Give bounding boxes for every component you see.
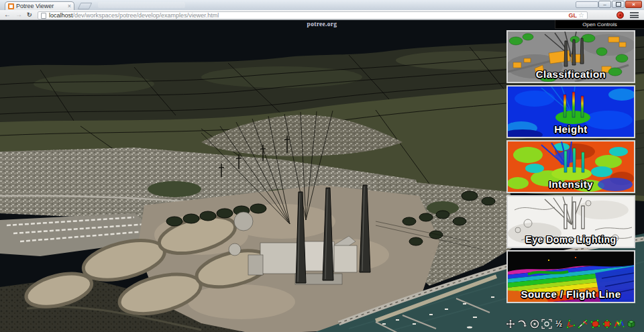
angle-measurement-icon xyxy=(566,319,576,329)
pan-icon xyxy=(505,319,516,329)
open-controls-button[interactable]: Open Controls xyxy=(555,20,644,29)
thumbnail-height[interactable]: Height xyxy=(506,85,635,138)
area-measurement-button[interactable] xyxy=(590,319,600,329)
back-button[interactable]: ← xyxy=(4,10,11,19)
distance-measurement-icon xyxy=(578,319,588,329)
fly-icon xyxy=(517,319,528,329)
page-icon xyxy=(41,13,46,19)
clip-volume-button[interactable] xyxy=(626,319,637,329)
bookmark-star-icon[interactable]: ☆ xyxy=(578,12,584,19)
orbit-button[interactable] xyxy=(529,319,540,329)
minimize-button[interactable]: – xyxy=(598,1,611,8)
volume-measurement-button[interactable] xyxy=(602,319,612,329)
url-text: localhost/dev/workspaces/potree/develop/… xyxy=(49,12,568,19)
url-path: /dev/workspaces/potree/develop/examples/… xyxy=(73,12,219,19)
clip-volume-icon xyxy=(626,319,637,329)
potree-org-link[interactable]: potree.org xyxy=(307,21,337,27)
height-profile-button[interactable] xyxy=(614,319,625,329)
render-mode-thumbnails: Classification xyxy=(506,30,635,305)
thumbnail-label: Classification xyxy=(508,68,634,80)
thumbnail-intensity[interactable]: Intensity xyxy=(506,140,635,193)
thumbnail-label: Intensity xyxy=(508,178,634,190)
thumbnail-classification[interactable]: Classification xyxy=(506,30,635,83)
fly-button[interactable] xyxy=(517,319,528,329)
browser-toolbar: ← → ↻ localhost/dev/workspaces/potree/de… xyxy=(0,10,644,20)
window-controls: – × xyxy=(598,1,642,8)
menu-icon[interactable] xyxy=(630,12,639,18)
area-measurement-icon xyxy=(590,319,600,329)
thumbnail-label: Eye Dome Lighting xyxy=(508,234,634,245)
thumbnail-label: Source / Flight Line xyxy=(508,288,634,300)
angle-measurement-button[interactable] xyxy=(566,319,576,329)
focus-all-button[interactable] xyxy=(541,319,552,329)
thumbnail-source-flight-line[interactable]: Source / Flight Line xyxy=(506,250,635,303)
potree-viewport: potree.org Open Controls xyxy=(0,20,644,332)
viewer-toolbar: ½ xyxy=(505,319,637,329)
thumbnail-eye-dome-lighting[interactable]: Eye Dome Lighting xyxy=(506,195,635,248)
browser-window: Potree Viewer × – × ← → ↻ localhost/dev/… xyxy=(0,0,644,332)
volume-measurement-icon xyxy=(602,319,612,329)
reload-button[interactable]: ↻ xyxy=(27,10,32,19)
maximize-button[interactable] xyxy=(612,1,625,8)
address-bar[interactable]: localhost/dev/workspaces/potree/develop/… xyxy=(38,11,588,19)
thumbnail-label: Height xyxy=(508,123,634,135)
pan-button[interactable] xyxy=(505,319,516,329)
tab-title: Potree Viewer xyxy=(16,3,66,10)
url-host: localhost xyxy=(49,12,73,19)
half-resolution-button[interactable]: ½ xyxy=(553,319,564,329)
close-button[interactable]: × xyxy=(625,1,642,8)
maximize-icon xyxy=(616,2,621,7)
tab-close-icon[interactable]: × xyxy=(68,3,71,10)
potree-favicon-icon xyxy=(8,3,14,9)
height-profile-icon xyxy=(614,319,625,329)
forward-button[interactable]: → xyxy=(15,10,22,19)
new-tab-button[interactable] xyxy=(78,3,93,9)
extension-icon[interactable] xyxy=(616,11,624,19)
title-bar: Potree Viewer × – × xyxy=(0,0,644,10)
half-resolution-icon: ½ xyxy=(555,319,562,329)
orbit-icon xyxy=(529,319,540,329)
background-window-button xyxy=(576,1,598,8)
distance-measurement-button[interactable] xyxy=(578,319,588,329)
browser-tab[interactable]: Potree Viewer × xyxy=(5,1,74,10)
webgl-badge[interactable]: GL xyxy=(569,12,578,19)
background-window xyxy=(98,2,185,8)
focus-all-icon xyxy=(541,319,552,329)
